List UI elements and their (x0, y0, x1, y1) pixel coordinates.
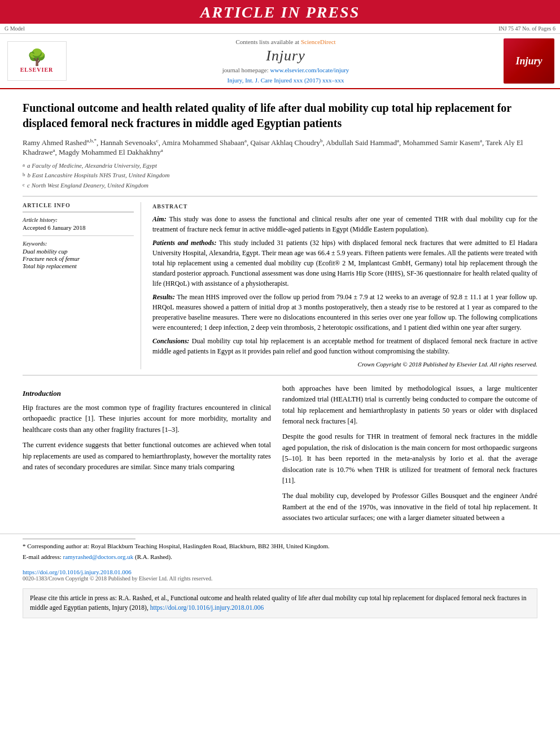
homepage-label: journal homepage: (222, 67, 269, 73)
conclusions-heading: Conclusions: (152, 337, 189, 345)
affil-a: a a Faculty of Medicine, Alexandria Univ… (23, 161, 537, 171)
article-info-label: ARTICLE INFO (23, 202, 134, 208)
right-para-2: Despite the good results for THR in trea… (282, 431, 537, 486)
citation-prefix: Please cite this article in press as: R.… (30, 595, 526, 611)
article-title: Functional outcome and health related qu… (23, 101, 537, 131)
affil-b-text: b East Lancashire Hospitals NHS Trust, U… (28, 171, 170, 181)
abstract-label: ABSTRACT (152, 202, 537, 211)
history-label: Article history: (23, 217, 134, 223)
homepage-link[interactable]: www.elsevier.com/locate/injury (270, 67, 349, 73)
aim-text: This study was done to assess the functi… (152, 215, 537, 233)
introduction-heading: Introduction (23, 388, 271, 399)
article-info-column: ARTICLE INFO Article history: Accepted 6… (23, 202, 141, 369)
g-model-pages: INJ 75 47 No. of Pages 6 (498, 25, 555, 32)
citation-line-text: Injury, Int. J. Care Injured xxx (2017) … (227, 77, 344, 84)
abstract-pm: Patients and methods: This study include… (152, 238, 537, 289)
accepted-date: Accepted 6 January 2018 (23, 224, 134, 231)
info-abstract-columns: ARTICLE INFO Article history: Accepted 6… (23, 202, 537, 369)
main-left-column: Introduction Hip fractures are the most … (23, 383, 271, 528)
affil-a-text: a Faculty of Medicine, Alexandria Univer… (27, 161, 157, 171)
affil-c: c c North West England Deanery, United K… (23, 181, 537, 191)
sciencedirect-link[interactable]: ScienceDirect (301, 38, 336, 45)
main-right-column: both approaches have been limited by met… (282, 383, 537, 528)
banner-text: ARTICLE IN PRESS (200, 3, 360, 21)
email-suffix: (R.A. Rashed). (135, 553, 172, 560)
citation-line: Injury, Int. J. Care Injured xxx (2017) … (227, 77, 344, 84)
footnote-star: * Corresponding author at: Royal Blackbu… (23, 542, 537, 551)
corner-injury-logo: Injury (504, 38, 554, 84)
journal-name-text: Injury (266, 47, 305, 64)
footnote-email: E-mail address: ramyrashed@doctors.org.u… (23, 553, 537, 561)
doi-link[interactable]: https://doi.org/10.1016/j.injury.2018.01… (23, 569, 132, 575)
bottom-links: https://doi.org/10.1016/j.injury.2018.01… (0, 565, 560, 584)
separator-2 (23, 375, 537, 375)
g-model-bar: G Model INJ 75 47 No. of Pages 6 (0, 24, 560, 34)
elsevier-logo: 🌳 ELSEVIER (6, 38, 68, 84)
authors-line: Ramy Ahmed Rasheda,b,*, Hannah Sevenoaks… (23, 138, 537, 158)
affil-c-sup: c (23, 181, 25, 191)
keyword-2: Fracture neck of femur (23, 255, 134, 262)
logo-box: 🌳 ELSEVIER (7, 41, 67, 81)
right-para-1: both approaches have been limited by met… (282, 383, 537, 427)
article-body: Functional outcome and health related qu… (0, 89, 560, 375)
citation-box: Please cite this article in press as: R.… (23, 588, 537, 618)
article-in-press-banner: ARTICLE IN PRESS (0, 0, 560, 24)
article-title-text: Functional outcome and health related qu… (23, 102, 511, 129)
results-heading: Results: (152, 293, 175, 301)
abstract-aim: Aim: This study was done to assess the f… (152, 214, 537, 234)
separator (23, 196, 537, 196)
intro-para-1: Hip fractures are the most common type o… (23, 403, 271, 435)
abstract-column: ABSTRACT Aim: This study was done to ass… (152, 202, 537, 369)
abstract-conclusions: Conclusions: Dual mobility cup total hip… (152, 336, 537, 356)
sciencedirect-line: Contents lists available at ScienceDirec… (235, 38, 335, 45)
keywords-label: Keywords: (23, 241, 134, 247)
intro-para-2: The current evidence suggests that bette… (23, 440, 271, 473)
footnote-star-text: * Corresponding author at: Royal Blackbu… (23, 543, 330, 549)
footnote-area: * Corresponding author at: Royal Blackbu… (0, 534, 560, 565)
affil-c-text: c North West England Deanery, United Kin… (27, 181, 148, 191)
page: ARTICLE IN PRESS G Model INJ 75 47 No. o… (0, 0, 560, 747)
main-body-columns: Introduction Hip fractures are the most … (0, 383, 560, 528)
email-link[interactable]: ramyrashed@doctors.org.uk (63, 553, 133, 560)
journal-title: Injury (266, 47, 305, 64)
copyright-line: Crown Copyright © 2018 Published by Else… (152, 360, 537, 369)
abstract-results: Results: The mean HHS improved over the … (152, 292, 537, 333)
pm-heading: Patients and methods: (152, 239, 216, 247)
results-text: The mean HHS improved over the follow up… (152, 293, 537, 331)
g-model-label: G Model (5, 25, 25, 32)
citation-doi-link[interactable]: https://doi.org/10.1016/j.injury.2018.01… (150, 604, 264, 611)
journal-homepage: journal homepage: www.elsevier.com/locat… (222, 67, 349, 73)
affiliations: a a Faculty of Medicine, Alexandria Univ… (23, 161, 537, 191)
elsevier-text: ELSEVIER (20, 67, 54, 73)
keyword-3: Total hip replacement (23, 263, 134, 269)
header-center: Contents lists available at ScienceDirec… (73, 38, 498, 84)
affil-a-sup: a (23, 161, 25, 171)
email-label: E-mail address: (23, 553, 62, 560)
keyword-1: Dual mobility cup (23, 248, 134, 255)
contents-label: Contents lists available at (235, 38, 299, 45)
right-para-3: The dual mobility cup, developed by Prof… (282, 491, 537, 523)
doi-line: https://doi.org/10.1016/j.injury.2018.01… (23, 569, 537, 575)
affil-b-sup: b (23, 171, 25, 181)
conclusions-text: Dual mobility cup total hip replacement … (152, 337, 537, 355)
corner-logo-text: Injury (515, 55, 542, 67)
journal-header: 🌳 ELSEVIER Contents lists available at S… (0, 34, 560, 89)
aim-heading: Aim: (152, 215, 167, 223)
tree-icon: 🌳 (27, 50, 47, 65)
bottom-copyright: 0020-1383/Crown Copyright © 2018 Publish… (23, 575, 537, 582)
affil-b: b b East Lancashire Hospitals NHS Trust,… (23, 171, 537, 181)
